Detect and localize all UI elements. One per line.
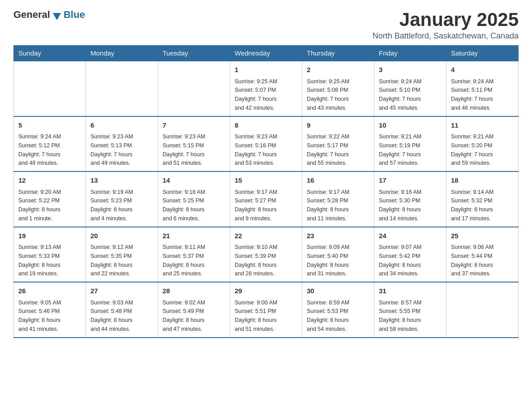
calendar-week-row: 12Sunrise: 9:20 AM Sunset: 5:22 PM Dayli…	[14, 171, 519, 227]
day-number: 11	[451, 120, 514, 131]
day-number: 10	[379, 120, 442, 131]
day-number: 22	[235, 231, 297, 241]
day-number: 23	[307, 231, 369, 241]
calendar-week-row: 26Sunrise: 9:05 AM Sunset: 5:46 PM Dayli…	[14, 282, 519, 338]
day-info: Sunrise: 9:09 AM Sunset: 5:40 PM Dayligh…	[307, 244, 349, 277]
day-info: Sunrise: 9:21 AM Sunset: 5:19 PM Dayligh…	[379, 133, 421, 166]
calendar-table: SundayMondayTuesdayWednesdayThursdayFrid…	[13, 45, 519, 338]
month-year-title: January 2025	[373, 9, 519, 30]
day-info: Sunrise: 9:25 AM Sunset: 5:08 PM Dayligh…	[307, 78, 349, 111]
day-info: Sunrise: 9:23 AM Sunset: 5:16 PM Dayligh…	[235, 133, 277, 166]
logo-blue-text: Blue	[64, 9, 85, 21]
day-info: Sunrise: 9:20 AM Sunset: 5:22 PM Dayligh…	[18, 189, 61, 222]
day-info: Sunrise: 9:23 AM Sunset: 5:15 PM Dayligh…	[163, 133, 205, 166]
day-number: 13	[90, 176, 153, 186]
calendar-cell: 4Sunrise: 9:24 AM Sunset: 5:11 PM Daylig…	[446, 61, 519, 116]
calendar-cell: 29Sunrise: 9:00 AM Sunset: 5:51 PM Dayli…	[230, 282, 302, 338]
day-number: 24	[379, 231, 442, 241]
page-header: General Blue January 2025 North Battlefo…	[13, 9, 519, 41]
day-info: Sunrise: 9:24 AM Sunset: 5:12 PM Dayligh…	[18, 133, 61, 166]
calendar-week-row: 19Sunrise: 9:13 AM Sunset: 5:33 PM Dayli…	[14, 227, 519, 283]
weekday-header-wednesday: Wednesday	[230, 46, 302, 61]
calendar-cell: 26Sunrise: 9:05 AM Sunset: 5:46 PM Dayli…	[14, 282, 86, 338]
day-number: 8	[235, 120, 297, 131]
day-number: 12	[18, 176, 81, 186]
day-number: 26	[18, 286, 81, 296]
calendar-cell: 19Sunrise: 9:13 AM Sunset: 5:33 PM Dayli…	[14, 227, 86, 283]
day-number: 18	[451, 176, 514, 186]
calendar-week-row: 1Sunrise: 9:25 AM Sunset: 5:07 PM Daylig…	[14, 61, 519, 116]
day-info: Sunrise: 9:13 AM Sunset: 5:33 PM Dayligh…	[18, 244, 61, 277]
logo-general-text: General	[13, 9, 50, 21]
calendar-cell	[86, 61, 158, 116]
calendar-cell	[446, 282, 519, 338]
day-info: Sunrise: 9:25 AM Sunset: 5:07 PM Dayligh…	[235, 78, 277, 111]
day-number: 7	[163, 120, 225, 131]
calendar-cell: 16Sunrise: 9:17 AM Sunset: 5:28 PM Dayli…	[302, 171, 374, 227]
day-info: Sunrise: 9:23 AM Sunset: 5:13 PM Dayligh…	[90, 133, 133, 166]
title-section: January 2025 North Battleford, Saskatche…	[373, 9, 519, 41]
calendar-cell: 28Sunrise: 9:02 AM Sunset: 5:49 PM Dayli…	[158, 282, 230, 338]
day-number: 21	[163, 231, 225, 241]
day-number: 28	[163, 286, 225, 296]
calendar-cell	[158, 61, 230, 116]
weekday-header-monday: Monday	[86, 46, 158, 61]
calendar-cell: 11Sunrise: 9:21 AM Sunset: 5:20 PM Dayli…	[446, 116, 519, 172]
calendar-cell: 22Sunrise: 9:10 AM Sunset: 5:39 PM Dayli…	[230, 227, 302, 283]
day-info: Sunrise: 9:11 AM Sunset: 5:37 PM Dayligh…	[163, 244, 205, 277]
day-info: Sunrise: 9:17 AM Sunset: 5:28 PM Dayligh…	[307, 189, 349, 222]
day-number: 15	[235, 176, 297, 186]
calendar-cell: 27Sunrise: 9:03 AM Sunset: 5:48 PM Dayli…	[86, 282, 158, 338]
day-info: Sunrise: 9:03 AM Sunset: 5:48 PM Dayligh…	[90, 300, 133, 332]
day-info: Sunrise: 9:24 AM Sunset: 5:11 PM Dayligh…	[451, 78, 493, 111]
day-info: Sunrise: 9:21 AM Sunset: 5:20 PM Dayligh…	[451, 133, 493, 166]
calendar-cell: 12Sunrise: 9:20 AM Sunset: 5:22 PM Dayli…	[14, 171, 86, 227]
weekday-header-thursday: Thursday	[302, 46, 374, 61]
day-info: Sunrise: 9:10 AM Sunset: 5:39 PM Dayligh…	[235, 244, 277, 277]
day-number: 25	[451, 231, 514, 241]
day-number: 27	[90, 286, 153, 296]
calendar-cell: 18Sunrise: 9:14 AM Sunset: 5:32 PM Dayli…	[446, 171, 519, 227]
weekday-header-tuesday: Tuesday	[158, 46, 230, 61]
day-number: 30	[307, 286, 369, 296]
logo-triangle-icon	[53, 13, 61, 20]
day-number: 5	[18, 120, 81, 131]
day-info: Sunrise: 9:17 AM Sunset: 5:27 PM Dayligh…	[235, 189, 277, 222]
day-number: 4	[451, 65, 514, 75]
day-number: 6	[90, 120, 153, 131]
calendar-cell: 10Sunrise: 9:21 AM Sunset: 5:19 PM Dayli…	[374, 116, 446, 172]
day-number: 20	[90, 231, 153, 241]
day-number: 31	[379, 286, 442, 296]
day-info: Sunrise: 9:14 AM Sunset: 5:32 PM Dayligh…	[451, 189, 493, 222]
day-info: Sunrise: 9:12 AM Sunset: 5:35 PM Dayligh…	[90, 244, 133, 277]
calendar-cell: 21Sunrise: 9:11 AM Sunset: 5:37 PM Dayli…	[158, 227, 230, 283]
day-number: 3	[379, 65, 442, 75]
day-info: Sunrise: 8:59 AM Sunset: 5:53 PM Dayligh…	[307, 300, 349, 332]
calendar-cell: 25Sunrise: 9:06 AM Sunset: 5:44 PM Dayli…	[446, 227, 519, 283]
location-subtitle: North Battleford, Saskatchewan, Canada	[373, 31, 519, 41]
day-info: Sunrise: 9:19 AM Sunset: 5:23 PM Dayligh…	[90, 189, 133, 222]
day-info: Sunrise: 9:00 AM Sunset: 5:51 PM Dayligh…	[235, 300, 277, 332]
calendar-cell: 3Sunrise: 9:24 AM Sunset: 5:10 PM Daylig…	[374, 61, 446, 116]
calendar-cell: 31Sunrise: 8:57 AM Sunset: 5:55 PM Dayli…	[374, 282, 446, 338]
day-number: 1	[235, 65, 297, 75]
calendar-cell: 2Sunrise: 9:25 AM Sunset: 5:08 PM Daylig…	[302, 61, 374, 116]
calendar-cell: 1Sunrise: 9:25 AM Sunset: 5:07 PM Daylig…	[230, 61, 302, 116]
day-info: Sunrise: 9:06 AM Sunset: 5:44 PM Dayligh…	[451, 244, 493, 277]
day-info: Sunrise: 8:57 AM Sunset: 5:55 PM Dayligh…	[379, 300, 421, 332]
day-info: Sunrise: 9:02 AM Sunset: 5:49 PM Dayligh…	[163, 300, 205, 332]
day-number: 29	[235, 286, 297, 296]
day-number: 16	[307, 176, 369, 186]
calendar-cell: 14Sunrise: 9:18 AM Sunset: 5:25 PM Dayli…	[158, 171, 230, 227]
day-info: Sunrise: 9:22 AM Sunset: 5:17 PM Dayligh…	[307, 133, 349, 166]
day-number: 17	[379, 176, 442, 186]
logo: General Blue	[13, 9, 85, 21]
calendar-cell: 6Sunrise: 9:23 AM Sunset: 5:13 PM Daylig…	[86, 116, 158, 172]
calendar-cell	[14, 61, 86, 116]
weekday-header-saturday: Saturday	[446, 46, 519, 61]
day-info: Sunrise: 9:24 AM Sunset: 5:10 PM Dayligh…	[379, 78, 421, 111]
calendar-cell: 9Sunrise: 9:22 AM Sunset: 5:17 PM Daylig…	[302, 116, 374, 172]
calendar-cell: 13Sunrise: 9:19 AM Sunset: 5:23 PM Dayli…	[86, 171, 158, 227]
calendar-week-row: 5Sunrise: 9:24 AM Sunset: 5:12 PM Daylig…	[14, 116, 519, 172]
day-number: 2	[307, 65, 369, 75]
